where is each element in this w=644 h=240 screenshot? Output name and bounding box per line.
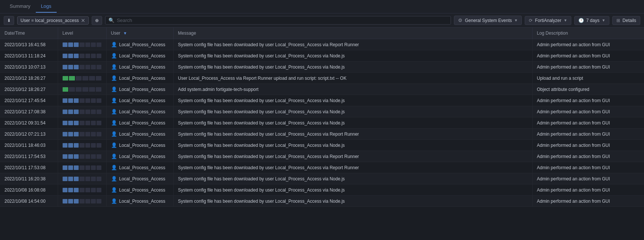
col-header-user[interactable]: User ▼	[106, 28, 173, 39]
cell-message: System config file has been downloaded b…	[173, 50, 532, 61]
fortianalyzer-button[interactable]: ⟳ FortiAnalyzer ▼	[525, 16, 571, 25]
cell-logdesc: Admin performed an action from GUI	[532, 129, 644, 140]
level-bar	[63, 110, 67, 114]
cell-logdesc: Admin performed an action from GUI	[532, 151, 644, 162]
table-row[interactable]: 2022/10/13 11:18:24👤Local_Process_Access…	[0, 50, 644, 61]
table-row[interactable]: 2022/10/12 18:26:27👤Local_Process_Access…	[0, 73, 644, 84]
cell-level	[58, 39, 106, 50]
table-row[interactable]: 2022/10/12 17:45:54👤Local_Process_Access…	[0, 95, 644, 106]
level-bar	[63, 121, 67, 125]
table-row[interactable]: 2022/10/11 16:20:38👤Local_Process_Access…	[0, 173, 644, 184]
cell-user: 👤Local_Process_Access	[106, 61, 173, 73]
table-row[interactable]: 2022/10/11 17:53:08👤Local_Process_Access…	[0, 162, 644, 173]
general-system-events-label: General System Events	[465, 18, 512, 23]
cell-user: 👤Local_Process_Access	[106, 84, 173, 95]
table-row[interactable]: 2022/10/08 16:08:08👤Local_Process_Access…	[0, 184, 644, 196]
level-bar	[79, 42, 84, 47]
table-row[interactable]: 2022/10/12 09:31:54👤Local_Process_Access…	[0, 117, 644, 129]
table-row[interactable]: 2022/10/12 17:08:38👤Local_Process_Access…	[0, 106, 644, 117]
level-bar	[85, 98, 90, 103]
level-bar	[85, 132, 90, 136]
table-row[interactable]: 2022/10/13 10:07:13👤Local_Process_Access…	[0, 61, 644, 73]
cell-message: System config file has been downloaded b…	[173, 196, 532, 207]
level-bar	[68, 98, 73, 103]
level-bar	[91, 177, 96, 181]
level-bar	[85, 143, 90, 148]
cell-user: 👤Local_Process_Access	[106, 184, 173, 196]
table-row[interactable]: 2022/10/08 14:54:00👤Local_Process_Access…	[0, 196, 644, 207]
col-header-message[interactable]: Message	[173, 28, 532, 39]
col-header-logdesc[interactable]: Log Description	[532, 28, 644, 39]
table-row[interactable]: 2022/10/13 16:41:58👤Local_Process_Access…	[0, 39, 644, 50]
user-name: Local_Process_Access	[119, 120, 165, 126]
filter-tag-text: User = local_process_access	[20, 18, 79, 23]
level-bar	[79, 177, 84, 181]
cell-logdesc: Admin performed an action from GUI	[532, 196, 644, 207]
level-bar	[68, 143, 73, 148]
filter-icon: ▼	[123, 31, 127, 35]
gear-icon: ⚙	[458, 18, 463, 23]
search-icon: 🔍	[108, 18, 114, 23]
level-bar	[63, 98, 67, 103]
search-input[interactable]	[117, 18, 448, 23]
level-bar	[79, 65, 84, 69]
cell-logdesc: Admin performed an action from GUI	[532, 140, 644, 151]
level-bar	[97, 132, 101, 136]
general-system-events-button[interactable]: ⚙ General System Events ▼	[454, 16, 522, 25]
user-name: Local_Process_Access	[119, 109, 165, 114]
level-bar	[74, 110, 79, 114]
fortianalyzer-label: FortiAnalyzer	[535, 18, 561, 23]
table-row[interactable]: 2022/10/12 07:21:13👤Local_Process_Access…	[0, 129, 644, 140]
level-bar	[85, 121, 90, 125]
level-bar	[89, 87, 95, 92]
cell-level	[58, 173, 106, 184]
cell-datetime: 2022/10/13 11:18:24	[0, 50, 58, 61]
user-icon: 👤	[111, 64, 117, 70]
table-row[interactable]: 2022/10/11 18:46:03👤Local_Process_Access…	[0, 140, 644, 151]
table-row[interactable]: 2022/10/12 18:26:27👤Local_Process_Access…	[0, 84, 644, 95]
level-bar	[63, 65, 67, 69]
level-bar	[63, 76, 69, 80]
level-bar	[91, 54, 96, 58]
col-header-level[interactable]: Level	[58, 28, 106, 39]
table-row[interactable]: 2022/10/11 17:54:53👤Local_Process_Access…	[0, 151, 644, 162]
level-bar	[91, 143, 96, 148]
user-icon: 👤	[111, 42, 117, 47]
tab-summary[interactable]: Summary	[4, 0, 36, 13]
level-bar	[68, 199, 73, 203]
add-filter-button[interactable]: ⊕	[92, 16, 102, 25]
cell-level	[58, 50, 106, 61]
user-icon: 👤	[111, 198, 117, 204]
user-icon: 👤	[111, 109, 117, 114]
user-name: Local_Process_Access	[119, 64, 165, 70]
details-label: Details	[622, 18, 636, 23]
level-bar	[63, 87, 69, 92]
level-bar	[97, 165, 101, 170]
level-bar	[74, 165, 79, 170]
cell-logdesc: Admin performed an action from GUI	[532, 39, 644, 50]
days-button[interactable]: 🕐 7 days ▼	[574, 16, 609, 25]
cell-level	[58, 117, 106, 129]
filter-tag-close[interactable]: ✕	[81, 18, 85, 23]
level-bar	[63, 199, 67, 203]
level-bar	[79, 199, 84, 203]
cell-logdesc: Object attribute configured	[532, 84, 644, 95]
level-bar	[85, 65, 90, 69]
download-button[interactable]: ⬇	[4, 16, 14, 25]
cell-datetime: 2022/10/13 10:07:13	[0, 61, 58, 73]
user-icon: 👤	[111, 98, 117, 103]
cell-datetime: 2022/10/12 07:21:13	[0, 129, 58, 140]
user-name: Local_Process_Access	[119, 154, 165, 159]
level-bar	[91, 65, 96, 69]
details-button[interactable]: ⊞ Details	[612, 16, 640, 25]
col-header-datetime[interactable]: Date/Time	[0, 28, 58, 39]
level-bar	[79, 154, 84, 159]
level-bar	[74, 143, 79, 148]
cell-user: 👤Local_Process_Access	[106, 196, 173, 207]
user-icon: 👤	[111, 176, 117, 181]
tab-logs[interactable]: Logs	[36, 0, 57, 13]
level-bar	[97, 98, 101, 103]
cell-logdesc: Admin performed an action from GUI	[532, 95, 644, 106]
level-bar	[68, 54, 73, 58]
tab-bar: Summary Logs	[0, 0, 644, 13]
